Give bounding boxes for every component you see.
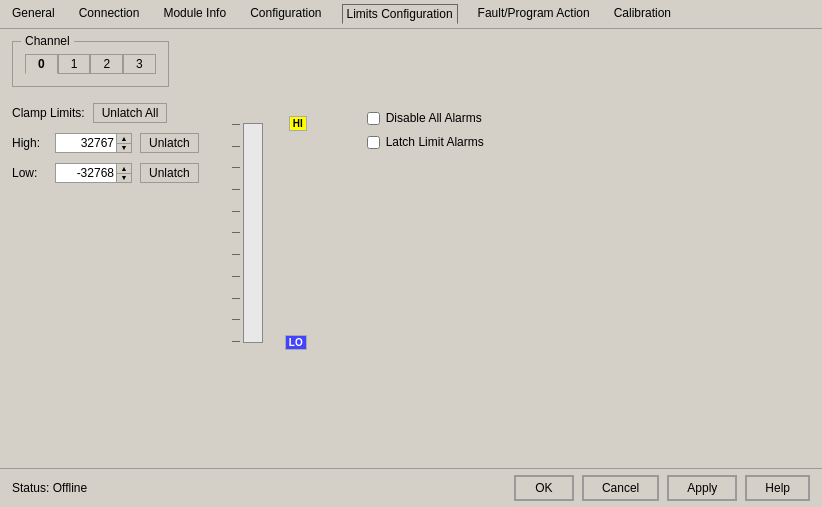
ok-button[interactable]: OK	[514, 475, 574, 501]
tick-7	[232, 254, 240, 255]
channel-tab-0[interactable]: 0	[25, 54, 58, 74]
high-spinbox[interactable]: ▲ ▼	[55, 133, 132, 153]
button-row: OK Cancel Apply Help	[514, 475, 810, 501]
status-value: Offline	[53, 481, 87, 495]
high-unlatch-button[interactable]: Unlatch	[140, 133, 199, 153]
menu-general[interactable]: General	[8, 4, 59, 24]
hi-marker[interactable]: HI	[289, 116, 307, 131]
high-row: High: ▲ ▼ Unlatch	[12, 133, 199, 153]
high-input[interactable]	[56, 134, 116, 152]
thermometer: HI LO	[223, 123, 283, 343]
menu-limits-configuration[interactable]: Limits Configuration	[342, 4, 458, 24]
menu-configuration[interactable]: Configuration	[246, 4, 325, 24]
clamp-label: Clamp Limits:	[12, 106, 85, 120]
low-spinbox[interactable]: ▲ ▼	[55, 163, 132, 183]
unlatch-all-button[interactable]: Unlatch All	[93, 103, 168, 123]
tick-10	[232, 319, 240, 320]
high-spin-up[interactable]: ▲	[117, 134, 131, 144]
tick-9	[232, 298, 240, 299]
high-spin-buttons: ▲ ▼	[116, 134, 131, 152]
tick-11	[232, 341, 240, 342]
channel-tab-2[interactable]: 2	[90, 54, 123, 74]
channel-tab-3[interactable]: 3	[123, 54, 156, 74]
tick-4	[232, 189, 240, 190]
low-spin-buttons: ▲ ▼	[116, 164, 131, 182]
status-label: Status:	[12, 481, 49, 495]
menu-fault-program-action[interactable]: Fault/Program Action	[474, 4, 594, 24]
low-spin-down[interactable]: ▼	[117, 174, 131, 183]
low-label: Low:	[12, 166, 47, 180]
thermo-ticks	[232, 124, 240, 342]
low-row: Low: ▲ ▼ Unlatch	[12, 163, 199, 183]
latch-limit-alarms-label: Latch Limit Alarms	[386, 135, 484, 149]
help-button[interactable]: Help	[745, 475, 810, 501]
content-area: Channel 0 1 2 3 Clamp Limits: Unlatch Al…	[0, 29, 822, 468]
cancel-button[interactable]: Cancel	[582, 475, 659, 501]
low-spin-up[interactable]: ▲	[117, 164, 131, 174]
disable-all-alarms-checkbox[interactable]	[367, 112, 380, 125]
tick-2	[232, 146, 240, 147]
low-input[interactable]	[56, 164, 116, 182]
high-spin-down[interactable]: ▼	[117, 144, 131, 153]
latch-alarms-row: Latch Limit Alarms	[367, 135, 484, 149]
apply-button[interactable]: Apply	[667, 475, 737, 501]
menu-bar: General Connection Module Info Configura…	[0, 0, 822, 29]
main-panel: Clamp Limits: Unlatch All High: ▲ ▼ Unla…	[12, 103, 810, 343]
low-unlatch-button[interactable]: Unlatch	[140, 163, 199, 183]
channel-label: Channel	[21, 34, 74, 48]
clamp-limits-row: Clamp Limits: Unlatch All	[12, 103, 199, 123]
menu-module-info[interactable]: Module Info	[159, 4, 230, 24]
channel-tabs: 0 1 2 3	[25, 54, 156, 74]
tick-1	[232, 124, 240, 125]
status-bar: Status: Offline OK Cancel Apply Help	[0, 468, 822, 507]
high-label: High:	[12, 136, 47, 150]
status-text: Status: Offline	[12, 481, 87, 495]
channel-group: Channel 0 1 2 3	[12, 41, 169, 87]
thermo-track: HI LO	[243, 123, 263, 343]
channel-tab-1[interactable]: 1	[58, 54, 91, 74]
menu-connection[interactable]: Connection	[75, 4, 144, 24]
left-panel: Clamp Limits: Unlatch All High: ▲ ▼ Unla…	[12, 103, 199, 183]
menu-calibration[interactable]: Calibration	[610, 4, 675, 24]
disable-alarms-row: Disable All Alarms	[367, 111, 484, 125]
tick-8	[232, 276, 240, 277]
right-panel: Disable All Alarms Latch Limit Alarms	[367, 111, 484, 149]
tick-3	[232, 167, 240, 168]
latch-limit-alarms-checkbox[interactable]	[367, 136, 380, 149]
lo-marker[interactable]: LO	[285, 335, 307, 350]
tick-5	[232, 211, 240, 212]
tick-6	[232, 232, 240, 233]
disable-all-alarms-label: Disable All Alarms	[386, 111, 482, 125]
